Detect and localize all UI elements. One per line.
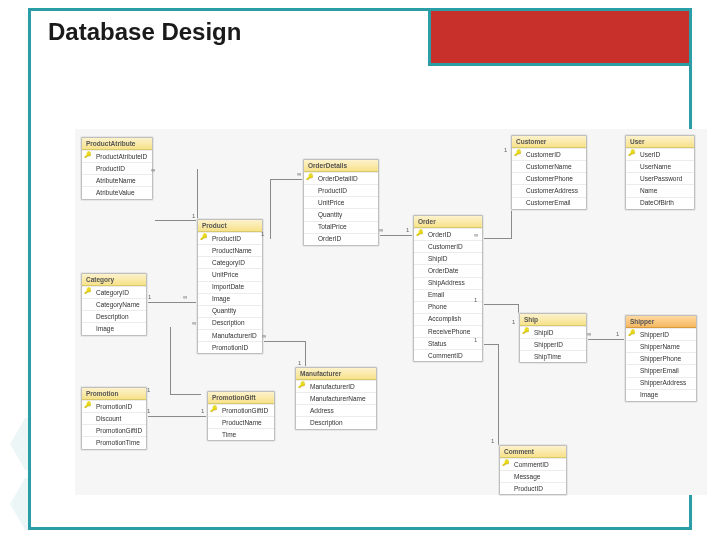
table-field: PromotionTime <box>82 436 146 448</box>
cardinality-many: ∞ <box>192 320 196 326</box>
table-field: ShipperID <box>520 338 586 350</box>
table-header: Comment <box>500 446 566 458</box>
table-field: Time <box>208 428 274 440</box>
table-field: ShipID <box>414 252 482 264</box>
table-customer: Customer CustomerID CustomerName Custome… <box>511 135 587 210</box>
slide-title: Database Design <box>48 18 241 46</box>
table-field: ShipAddress <box>414 277 482 289</box>
cardinality-one: 1 <box>148 294 151 300</box>
table-field: CustomerPhone <box>512 172 586 184</box>
table-field: ProductName <box>208 416 274 428</box>
table-field: ImportDate <box>198 281 262 293</box>
table-field: Image <box>82 322 146 334</box>
table-field: ShipperEmail <box>626 364 696 376</box>
table-field: Name <box>626 184 694 196</box>
table-field: CustomerEmail <box>512 197 586 209</box>
er-diagram: ∞ 1 1 ∞ 1 1 ∞ 1 1 ∞ ∞ 1 ∞ 1 ∞ 1 1 1 1 <box>75 129 707 495</box>
table-field: UnitPrice <box>304 196 378 208</box>
table-field: PromotionGiftID <box>82 424 146 436</box>
table-field: Description <box>82 310 146 322</box>
table-field: CommentID <box>414 349 482 361</box>
table-field: DateOfBirth <box>626 197 694 209</box>
cardinality-one: 1 <box>298 360 301 366</box>
table-field: OrderID <box>414 228 482 240</box>
table-field: AtributeName <box>82 174 152 186</box>
table-field: ProductID <box>82 162 152 174</box>
table-field: Discount <box>82 412 146 424</box>
table-field: CategoryName <box>82 298 146 310</box>
cardinality-one: 1 <box>512 319 515 325</box>
table-ship: Ship ShipID ShipperID ShipTime <box>519 313 587 363</box>
table-orderdetails: OrderDetails OrderDetailID ProductID Uni… <box>303 159 379 246</box>
cardinality-one: 1 <box>147 408 150 414</box>
table-productattribute: ProductAtribute ProductAtributeID Produc… <box>81 137 153 200</box>
table-header: Order <box>414 216 482 228</box>
table-field: ManufacturerID <box>198 329 262 341</box>
table-header: OrderDetails <box>304 160 378 172</box>
table-field: UnitPrice <box>198 268 262 280</box>
slide-frame: ∞ 1 1 ∞ 1 1 ∞ 1 1 ∞ ∞ 1 ∞ 1 ∞ 1 1 1 1 <box>28 8 692 530</box>
table-header: Manufacturer <box>296 368 376 380</box>
table-field: ShipperPhone <box>626 352 696 364</box>
table-field: ShipTime <box>520 350 586 362</box>
table-header: Shipper <box>626 316 696 328</box>
cardinality-many: ∞ <box>587 331 591 337</box>
table-field: Description <box>296 416 376 428</box>
table-comment: Comment CommentID Message ProductID <box>499 445 567 495</box>
table-header: PromotionGift <box>208 392 274 404</box>
table-field: OrderID <box>304 233 378 245</box>
table-header: Category <box>82 274 146 286</box>
table-field: CustomerID <box>414 240 482 252</box>
table-user: User UserID UserName UserPassword Name D… <box>625 135 695 210</box>
table-field: CategoryID <box>82 286 146 298</box>
cardinality-one: 1 <box>147 387 150 393</box>
table-header: User <box>626 136 694 148</box>
table-field: ManufacturerID <box>296 380 376 392</box>
table-field: Status <box>414 337 482 349</box>
cardinality-many: ∞ <box>183 294 187 300</box>
table-shipper: Shipper ShipperID ShipperName ShipperPho… <box>625 315 697 402</box>
accent-box <box>428 8 692 66</box>
table-field: TotalPrice <box>304 221 378 233</box>
table-category: Category CategoryID CategoryName Descrip… <box>81 273 147 336</box>
table-field: PromotionGiftID <box>208 404 274 416</box>
table-field: Email <box>414 289 482 301</box>
table-field: ProductID <box>304 184 378 196</box>
table-field: Quantity <box>198 305 262 317</box>
cardinality-one: 1 <box>491 438 494 444</box>
cardinality-many: ∞ <box>379 227 383 233</box>
table-field: Accomplish <box>414 313 482 325</box>
cardinality-one: 1 <box>616 331 619 337</box>
table-field: ShipperID <box>626 328 696 340</box>
table-promotion: Promotion PromotionID Discount Promotion… <box>81 387 147 450</box>
table-promotiongift: PromotionGift PromotionGiftID ProductNam… <box>207 391 275 441</box>
table-field: ShipperName <box>626 340 696 352</box>
table-field: OrderDetailID <box>304 172 378 184</box>
table-field: CustomerName <box>512 160 586 172</box>
table-header: ProductAtribute <box>82 138 152 150</box>
table-field: Image <box>198 293 262 305</box>
table-field: CustomerID <box>512 148 586 160</box>
table-header: Ship <box>520 314 586 326</box>
cardinality-one: 1 <box>406 227 409 233</box>
table-header: Customer <box>512 136 586 148</box>
table-field: Message <box>500 470 566 482</box>
table-field: UserPassword <box>626 172 694 184</box>
table-field: CategoryID <box>198 256 262 268</box>
table-product: Product ProductID ProductName CategoryID… <box>197 219 263 354</box>
cardinality-one: 1 <box>192 213 195 219</box>
table-field: Quantity <box>304 208 378 220</box>
table-field: ManufacturerName <box>296 392 376 404</box>
cardinality-many: ∞ <box>297 171 301 177</box>
table-field: Description <box>198 317 262 329</box>
table-field: PromotionID <box>198 341 262 353</box>
table-field: ProductAtributeID <box>82 150 152 162</box>
table-field: CommentID <box>500 458 566 470</box>
table-field: UserID <box>626 148 694 160</box>
cardinality-one: 1 <box>201 408 204 414</box>
table-field: ShipperAddress <box>626 377 696 389</box>
table-field: ProductID <box>500 482 566 494</box>
table-field: AtributeValue <box>82 186 152 198</box>
table-field: PromotionID <box>82 400 146 412</box>
table-field: ProductName <box>198 244 262 256</box>
